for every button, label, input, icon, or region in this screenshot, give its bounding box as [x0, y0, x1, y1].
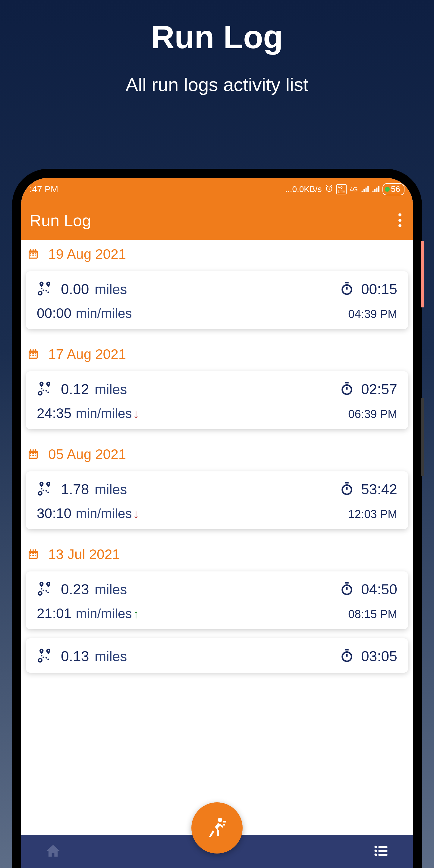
svg-point-44	[38, 492, 42, 495]
svg-rect-68	[378, 854, 387, 856]
signal-icon-2	[372, 184, 379, 194]
duration-value: 00:15	[361, 281, 397, 298]
svg-rect-53	[33, 553, 34, 554]
route-icon	[37, 581, 53, 598]
svg-rect-5	[35, 249, 36, 251]
pace-unit: min/miles	[76, 506, 132, 521]
svg-point-14	[38, 291, 42, 295]
nav-list-button[interactable]	[373, 843, 389, 860]
pace-value: 30:10	[37, 505, 71, 521]
svg-rect-39	[35, 453, 36, 454]
route-icon	[37, 380, 53, 398]
svg-rect-3	[30, 249, 31, 251]
battery-level: 56	[391, 184, 400, 194]
date-header: 19 Aug 2021	[21, 240, 413, 268]
route-icon	[37, 280, 53, 298]
svg-point-63	[374, 846, 377, 848]
svg-rect-55	[30, 555, 31, 556]
distance-value: 0.12	[61, 381, 89, 397]
distance-unit: miles	[95, 281, 127, 297]
run-time: 06:39 PM	[348, 408, 397, 421]
run-time: 12:03 PM	[348, 508, 397, 521]
svg-rect-49	[33, 549, 33, 551]
signal-icon-1	[361, 184, 369, 194]
svg-rect-33	[30, 449, 31, 451]
svg-rect-40	[30, 455, 31, 456]
distance-unit: miles	[95, 649, 127, 664]
trend-down-icon: ↓	[133, 407, 139, 421]
status-right: ...0.0KB/s VoLTE 4G 56	[285, 183, 404, 195]
distance-unit: miles	[95, 381, 127, 397]
trend-down-icon: ↓	[133, 507, 139, 521]
distance-unit: miles	[95, 582, 127, 597]
status-bar: :47 PM ...0.0KB/s VoLTE 4G 56	[21, 178, 413, 201]
svg-rect-37	[32, 453, 33, 454]
date-header: 17 Aug 2021	[21, 338, 413, 368]
distance-unit: miles	[95, 482, 127, 497]
svg-point-62	[342, 652, 352, 661]
svg-rect-41	[32, 455, 33, 456]
svg-rect-8	[33, 253, 34, 254]
date-label: 05 Aug 2021	[48, 446, 126, 462]
svg-rect-52	[32, 553, 33, 554]
pace-value: 21:01	[37, 606, 71, 621]
start-run-fab[interactable]	[191, 802, 243, 854]
distance-value: 0.23	[61, 581, 89, 597]
calendar-icon	[27, 248, 39, 260]
svg-point-67	[374, 854, 377, 856]
svg-rect-64	[378, 846, 387, 848]
svg-rect-19	[33, 349, 33, 351]
overflow-menu-button[interactable]	[396, 210, 404, 230]
date-label: 13 Jul 2021	[48, 546, 120, 562]
pace-unit: min/miles	[76, 306, 132, 321]
pace-value: 00:00	[37, 305, 71, 321]
duration-value: 02:57	[361, 381, 397, 398]
app-bar: Run Log	[21, 201, 413, 240]
svg-rect-34	[33, 449, 33, 451]
app-bar-title: Run Log	[30, 211, 91, 230]
battery-badge: 56	[382, 183, 404, 195]
svg-rect-12	[33, 255, 34, 255]
pace-unit: min/miles	[76, 406, 132, 421]
svg-rect-18	[30, 349, 31, 351]
pace-unit: min/miles	[76, 606, 132, 621]
svg-rect-57	[33, 555, 34, 556]
svg-rect-56	[32, 555, 33, 556]
svg-rect-24	[35, 353, 36, 354]
svg-rect-25	[30, 355, 31, 355]
stopwatch-icon	[340, 381, 354, 397]
svg-rect-21	[30, 353, 31, 354]
volte-icon: VoLTE	[336, 184, 347, 194]
phone-power-button	[421, 241, 424, 307]
svg-rect-9	[35, 253, 36, 254]
svg-rect-10	[30, 255, 31, 255]
run-card[interactable]: 0.13 miles 03:05	[26, 638, 408, 673]
calendar-icon	[27, 348, 39, 360]
nav-home-button[interactable]	[45, 843, 61, 860]
run-log-list[interactable]: 19 Aug 2021 0.00 miles	[21, 240, 413, 742]
run-card[interactable]: 0.12 miles 02:57 24:35 min/miles↓	[26, 371, 408, 429]
run-card[interactable]: 0.23 miles 04:50 21:01 min/miles↑	[26, 571, 408, 629]
svg-rect-13	[35, 255, 36, 255]
svg-rect-48	[30, 549, 31, 551]
svg-rect-50	[35, 549, 36, 551]
svg-rect-58	[35, 555, 36, 556]
svg-rect-26	[32, 355, 33, 355]
svg-point-15	[342, 285, 352, 294]
run-time: 04:39 PM	[348, 308, 397, 321]
svg-rect-42	[33, 455, 34, 456]
svg-rect-22	[32, 353, 33, 354]
run-card[interactable]: 0.00 miles 00:15 00:00 min/miles	[26, 271, 408, 329]
duration-value: 04:50	[361, 581, 397, 598]
stopwatch-icon	[340, 648, 354, 664]
date-label: 19 Aug 2021	[48, 246, 126, 262]
svg-rect-43	[35, 455, 36, 456]
phone-frame: :47 PM ...0.0KB/s VoLTE 4G 56	[12, 169, 422, 868]
svg-point-65	[374, 849, 377, 852]
distance-value: 1.78	[61, 481, 89, 497]
run-card[interactable]: 1.78 miles 53:42 30:10 min/miles↓	[26, 471, 408, 529]
route-icon	[37, 480, 53, 498]
svg-point-61	[38, 658, 42, 662]
stopwatch-icon	[340, 481, 354, 497]
page-title: Run Log	[0, 0, 434, 56]
